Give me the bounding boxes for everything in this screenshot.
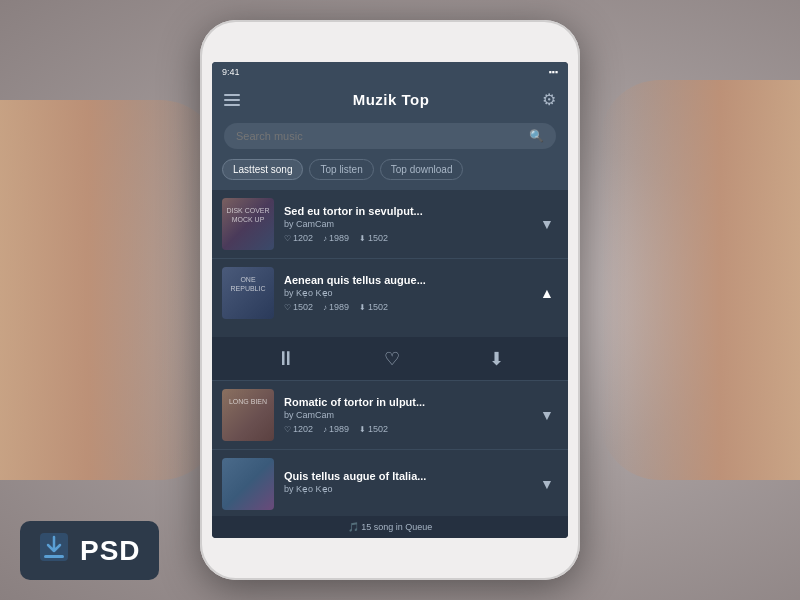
download-icon: ⬇ <box>359 303 366 312</box>
music-icon: ♪ <box>323 425 327 434</box>
search-area: 🔍 <box>212 117 568 159</box>
status-time: 9:41 <box>222 67 240 77</box>
music-icon: ♪ <box>323 303 327 312</box>
expand-button-1[interactable]: ▼ <box>536 213 558 235</box>
song-stats-1: ♡ 1202 ♪ 1989 ⬇ 1502 <box>284 233 526 243</box>
song-likes-1: ♡ 1202 <box>284 233 313 243</box>
heart-icon: ♡ <box>284 234 291 243</box>
psd-label: PSD <box>80 535 141 567</box>
status-signal: ▪▪▪ <box>548 67 558 77</box>
download-icon: ⬇ <box>359 425 366 434</box>
song-plays-1: ♪ 1989 <box>323 233 349 243</box>
song-title-4: Quis tellus augue of Italia... <box>284 470 526 482</box>
thumb-label-4 <box>222 458 274 474</box>
song-stats-2: ♡ 1502 ♪ 1989 ⬇ 1502 <box>284 302 526 312</box>
player-controls: ⏸ ♡ ⬇ <box>212 337 568 380</box>
queue-text: 🎵 15 song in Queue <box>348 522 433 532</box>
song-main-2: ONE REPUBLIC Aenean quis tellus augue...… <box>212 259 568 327</box>
psd-badge: PSD <box>20 521 159 580</box>
song-info-1: Sed eu tortor in sevulput... by CamCam ♡… <box>284 205 526 243</box>
expand-button-3[interactable]: ▼ <box>536 404 558 426</box>
song-downloads-3: ⬇ 1502 <box>359 424 388 434</box>
song-thumbnail-3: LONG BIEN <box>222 389 274 441</box>
bottom-bar: 🎵 15 song in Queue <box>212 516 568 538</box>
download-button[interactable]: ⬇ <box>489 348 504 370</box>
app-header: Muzik Top ⚙ <box>212 82 568 117</box>
song-downloads-1: ⬇ 1502 <box>359 233 388 243</box>
search-bar: 🔍 <box>224 123 556 149</box>
menu-button[interactable] <box>224 94 240 106</box>
search-icon[interactable]: 🔍 <box>529 129 544 143</box>
song-likes-3: ♡ 1202 <box>284 424 313 434</box>
heart-icon: ♡ <box>284 425 291 434</box>
song-list: DISK COVER MOCK UP Sed eu tortor in sevu… <box>212 190 568 516</box>
hand-right <box>600 80 800 480</box>
heart-icon: ♡ <box>284 303 291 312</box>
psd-download-icon <box>38 531 70 570</box>
song-info-2: Aenean quis tellus augue... by Kẹo Kẹo ♡… <box>284 274 526 312</box>
music-icon: ♪ <box>323 234 327 243</box>
song-thumbnail-2: ONE REPUBLIC <box>222 267 274 319</box>
collapse-button-2[interactable]: ▲ <box>536 282 558 304</box>
app-title: Muzik Top <box>353 91 430 108</box>
song-thumbnail-1: DISK COVER MOCK UP <box>222 198 274 250</box>
phone-screen: 9:41 ▪▪▪ Muzik Top ⚙ 🔍 Lasttest s <box>212 62 568 538</box>
pause-button[interactable]: ⏸ <box>276 347 296 370</box>
hand-left <box>0 100 220 480</box>
thumb-label-3: LONG BIEN <box>222 389 274 414</box>
song-downloads-2: ⬇ 1502 <box>359 302 388 312</box>
expand-button-4[interactable]: ▼ <box>536 473 558 495</box>
song-plays-3: ♪ 1989 <box>323 424 349 434</box>
tab-top-listen[interactable]: Top listen <box>309 159 373 180</box>
phone-wrapper: 9:41 ▪▪▪ Muzik Top ⚙ 🔍 Lasttest s <box>200 20 580 580</box>
status-bar: 9:41 ▪▪▪ <box>212 62 568 82</box>
tab-filters: Lasttest song Top listen Top download <box>212 159 568 190</box>
tab-top-download[interactable]: Top download <box>380 159 464 180</box>
song-title-1: Sed eu tortor in sevulput... <box>284 205 526 217</box>
song-plays-2: ♪ 1989 <box>323 302 349 312</box>
song-info-4: Quis tellus augue of Italia... by Kẹo Kẹ… <box>284 470 526 498</box>
search-input[interactable] <box>236 130 521 142</box>
song-artist-4: by Kẹo Kẹo <box>284 484 526 494</box>
list-item: DISK COVER MOCK UP Sed eu tortor in sevu… <box>212 190 568 259</box>
song-artist-1: by CamCam <box>284 219 526 229</box>
thumb-label-1: DISK COVER MOCK UP <box>222 198 274 232</box>
list-item: ONE REPUBLIC Aenean quis tellus augue...… <box>212 259 568 381</box>
list-item: LONG BIEN Romatic of tortor in ulput... … <box>212 381 568 450</box>
thumb-label-2: ONE REPUBLIC <box>222 267 274 301</box>
song-stats-3: ♡ 1202 ♪ 1989 ⬇ 1502 <box>284 424 526 434</box>
download-icon: ⬇ <box>359 234 366 243</box>
phone-frame: 9:41 ▪▪▪ Muzik Top ⚙ 🔍 Lasttest s <box>200 20 580 580</box>
settings-icon[interactable]: ⚙ <box>542 90 556 109</box>
song-artist-2: by Kẹo Kẹo <box>284 288 526 298</box>
song-title-2: Aenean quis tellus augue... <box>284 274 526 286</box>
song-thumbnail-4 <box>222 458 274 510</box>
song-likes-2: ♡ 1502 <box>284 302 313 312</box>
list-item: Quis tellus augue of Italia... by Kẹo Kẹ… <box>212 450 568 516</box>
tab-latest-song[interactable]: Lasttest song <box>222 159 303 180</box>
song-title-3: Romatic of tortor in ulput... <box>284 396 526 408</box>
like-button[interactable]: ♡ <box>384 348 400 370</box>
song-artist-3: by CamCam <box>284 410 526 420</box>
song-info-3: Romatic of tortor in ulput... by CamCam … <box>284 396 526 434</box>
svg-rect-1 <box>44 555 64 558</box>
